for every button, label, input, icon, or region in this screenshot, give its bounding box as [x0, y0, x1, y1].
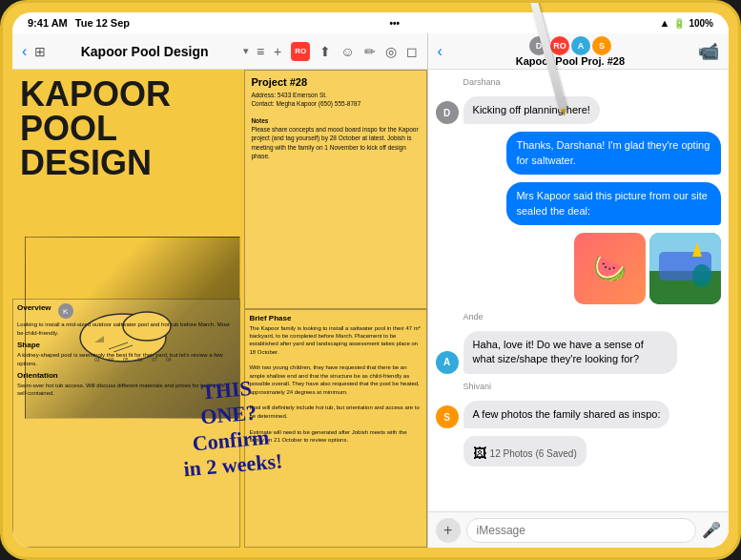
shapes-icon[interactable]: ◻ — [406, 44, 418, 59]
right-pane-messages: ‹ D RO A S Kapoor Pool Proj. #28 📹 — [428, 33, 729, 548]
left-pane-notes: ‹ ⊞ Kapoor Pool Design ▾ ≡ + RO ⬆ ☺ ✏ ◎ … — [12, 33, 428, 548]
overview-avatar: K — [58, 303, 73, 319]
video-call-icon[interactable]: 📹 — [698, 41, 719, 62]
message-row-3: Mrs Kapoor said this picture from our si… — [436, 182, 721, 225]
big-title-line2: POOL — [20, 112, 248, 146]
messages-back-button[interactable]: ‹ — [438, 43, 443, 60]
message-row-5: A Haha, love it! Do we have a sense of w… — [436, 331, 721, 374]
message-add-button[interactable]: + — [436, 518, 461, 543]
shared-images: 🍉 — [574, 233, 721, 304]
message-row-6: S A few photos the family shared as insp… — [436, 401, 721, 428]
big-title-line3: DESIGN — [20, 146, 248, 180]
left-toolbar: ‹ ⊞ Kapoor Pool Design ▾ ≡ + RO ⬆ ☺ ✏ ◎ … — [12, 33, 427, 70]
message-bubble-6: A few photos the family shared as inspo: — [463, 401, 670, 428]
emoji-icon[interactable]: ☺ — [340, 44, 354, 59]
messages-toolbar: ‹ D RO A S Kapoor Pool Proj. #28 📹 — [428, 33, 729, 70]
ipad-frame: 9:41 AM Tue 12 Sep ••• ▲ 🔋 100% ‹ ⊞ Kap — [0, 0, 741, 560]
wifi-icon: ▲ — [660, 17, 670, 29]
avatar-ro: RO — [550, 36, 569, 55]
photos-icon: 🖼 — [473, 446, 486, 461]
notes-label: Notes — [251, 117, 268, 124]
photos-count-text: 12 Photos (6 Saved) — [490, 448, 577, 459]
add-icon: + — [443, 522, 452, 539]
svg-point-13 — [692, 264, 711, 287]
microphone-button[interactable]: 🎤 — [702, 521, 721, 539]
group-chat-title: Kapoor Pool Proj. #28 — [516, 55, 625, 67]
sidebar-toggle-icon[interactable]: ⊞ — [34, 44, 46, 59]
lasso-icon[interactable]: ◎ — [385, 44, 397, 59]
list-icon[interactable]: ≡ — [257, 44, 264, 59]
message-row-7-photos: 🖼 12 Photos (6 Saved) — [436, 436, 721, 467]
title-chevron[interactable]: ▾ — [243, 45, 249, 57]
battery-icon: 🔋 — [673, 18, 685, 29]
message-bubble-2: Thanks, Darshana! I'm glad they're optin… — [506, 132, 721, 175]
message-bubble-3: Mrs Kapoor said this picture from our si… — [506, 182, 721, 225]
message-bubble-5: Haha, love it! Do we have a sense of wha… — [463, 331, 678, 374]
status-date: Tue 12 Sep — [75, 17, 130, 29]
sender-shivani: Shivani — [463, 382, 721, 391]
watermelon-image: 🍉 — [574, 233, 646, 304]
message-row-4-images: 🍉 — [436, 233, 721, 304]
avatar-shivani: S — [436, 405, 459, 428]
project-number: Project #28 — [251, 76, 420, 88]
avatar-ande: A — [436, 351, 459, 374]
project-info-panel: Project #28 Address: 5433 Emerson St. Co… — [244, 70, 426, 309]
handwriting-annotation: THIS ONE? Confirm in 2 weeks! — [136, 333, 323, 524]
split-view: ‹ ⊞ Kapoor Pool Design ▾ ≡ + RO ⬆ ☺ ✏ ◎ … — [12, 33, 729, 548]
avatar-a: A — [571, 36, 590, 55]
big-title: KAPOOR POOL DESIGN — [20, 77, 248, 180]
message-bubble-1: Kicking off planning here! — [463, 96, 600, 124]
sender-ande: Ande — [463, 312, 721, 321]
photos-badge: 🖼 12 Photos (6 Saved) — [473, 446, 577, 461]
toolbar-icons-group: ≡ + RO ⬆ ☺ ✏ ◎ ◻ — [257, 42, 418, 61]
overview-title: Overview — [17, 303, 51, 317]
sender-darshana: Darshana — [463, 77, 721, 87]
ro-badge[interactable]: RO — [291, 42, 310, 61]
back-button[interactable]: ‹ — [22, 43, 27, 60]
avatar-s: S — [592, 36, 611, 55]
messages-list[interactable]: Darshana D Kicking off planning here! Th… — [428, 70, 729, 511]
add-icon[interactable]: + — [274, 44, 281, 59]
message-input-field[interactable] — [466, 518, 696, 543]
pencil-tool-icon[interactable]: ✏ — [364, 44, 376, 59]
battery-level: 100% — [689, 18, 713, 29]
big-title-line1: KAPOOR — [20, 77, 248, 112]
brief-title: Brief Phase — [249, 314, 422, 322]
status-bar: 9:41 AM Tue 12 Sep ••• ▲ 🔋 100% — [12, 12, 729, 33]
document-canvas: KAPOOR POOL DESIGN Project #28 Address: … — [12, 70, 427, 548]
notes-text: Please share concepts and mood board ins… — [251, 125, 420, 159]
doc-canvas-inner: KAPOOR POOL DESIGN Project #28 Address: … — [12, 70, 427, 548]
message-input-bar: + 🎤 — [428, 511, 729, 548]
share-icon[interactable]: ⬆ — [319, 44, 331, 59]
messages-header-center: D RO A S Kapoor Pool Proj. #28 — [448, 36, 692, 67]
photos-badge-bubble[interactable]: 🖼 12 Photos (6 Saved) — [463, 436, 587, 467]
avatar-darshana: D — [436, 101, 459, 124]
status-time: 9:41 AM — [28, 17, 68, 29]
handwriting-text: THIS ONE? Confirm in 2 weeks! — [176, 374, 284, 483]
message-row-2: Thanks, Darshana! I'm glad they're optin… — [436, 132, 721, 175]
document-title: Kapoor Pool Design — [53, 44, 236, 59]
pool-photo — [649, 233, 721, 304]
ipad-screen: 9:41 AM Tue 12 Sep ••• ▲ 🔋 100% ‹ ⊞ Kap — [12, 12, 729, 548]
project-details: Address: 5433 Emerson St. Contact: Megha… — [251, 91, 420, 160]
message-row-1: D Kicking off planning here! — [436, 96, 721, 124]
